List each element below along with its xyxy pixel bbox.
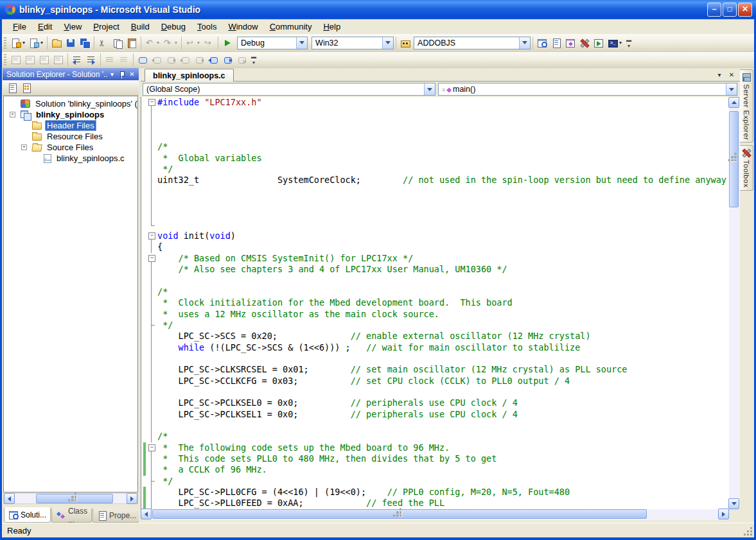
code-line[interactable] — [141, 387, 729, 397]
properties-button[interactable] — [5, 81, 19, 95]
toolbar-overflow-button[interactable]: ▬▾ — [250, 54, 258, 65]
resize-grip[interactable] — [744, 528, 753, 536]
auto-hide-pin-icon[interactable] — [119, 71, 125, 78]
tree-item[interactable]: Solution 'blinky_spinloops' (1 project) — [4, 98, 137, 109]
active-files-dropdown-button[interactable]: ▾ — [714, 71, 725, 80]
add-new-item-button[interactable]: ▾ — [27, 36, 45, 50]
toolbox-button[interactable] — [577, 36, 592, 50]
copy-button[interactable] — [110, 36, 125, 50]
tree-item[interactable]: -blinky_spinloops — [4, 109, 137, 120]
code-line[interactable] — [141, 420, 729, 431]
code-line[interactable]: #include "LPC17xx.h" — [141, 97, 729, 108]
previous-bookmark-document-button[interactable] — [206, 53, 220, 67]
fold-toggle-icon[interactable] — [146, 231, 157, 241]
panel-close-button[interactable]: ✕ — [127, 69, 137, 79]
code-line[interactable]: /* — [141, 431, 729, 442]
tree-item[interactable]: blinky_spinloops.c — [4, 153, 137, 164]
close-button[interactable]: ✕ — [738, 3, 752, 17]
window-position-button[interactable]: ▾ — [107, 69, 117, 79]
code-line[interactable]: void init(void) — [141, 231, 729, 241]
members-combo[interactable]: ≡◆main() — [438, 83, 737, 96]
command-window-button[interactable]: ▾ — [606, 36, 624, 50]
combo-dropdown-button[interactable] — [382, 37, 393, 49]
menu-debug[interactable]: Debug — [155, 20, 191, 33]
paste-button[interactable] — [125, 36, 139, 50]
scroll-right-button[interactable] — [718, 509, 729, 519]
code-line[interactable] — [141, 130, 729, 141]
code-line[interactable]: * Clock initialization for the Mbed deve… — [141, 297, 729, 308]
code-line[interactable]: LPC_SC->PCLKSEL1 = 0x0; // peripherals u… — [141, 409, 729, 420]
menu-view[interactable]: View — [58, 20, 87, 33]
code-line[interactable]: uint32_t SystemCoreClock; // not used in… — [141, 175, 729, 186]
menu-window[interactable]: Window — [222, 20, 263, 33]
menu-project[interactable]: Project — [87, 20, 125, 33]
menu-tools[interactable]: Tools — [191, 20, 222, 33]
find-combo[interactable]: ADDOBJS — [414, 37, 531, 49]
maximize-button[interactable]: □ — [723, 3, 737, 17]
fold-toggle-icon[interactable] — [146, 442, 157, 453]
combo-dropdown-button[interactable] — [519, 37, 530, 49]
code-line[interactable]: /* Based on CMSIS SystemInit() for LPC17… — [141, 253, 729, 264]
code-line[interactable]: * This code sets PLL0 to 480 MHz, then d… — [141, 453, 729, 464]
tab-server-explorer[interactable]: Server Explorer — [740, 69, 753, 143]
code-editor[interactable]: #include "LPC17xx.h"/* * Global variable… — [141, 97, 729, 509]
code-line[interactable] — [141, 353, 729, 364]
toolbar-overflow-button[interactable]: ▬▾ — [625, 37, 633, 49]
code-line[interactable]: /* Also see chapters 3 and 4 of LPC17xx … — [141, 264, 729, 275]
code-line[interactable]: /* — [141, 286, 729, 297]
save-button[interactable] — [64, 36, 78, 50]
decrease-indent-button[interactable] — [70, 53, 84, 67]
tab-properties[interactable]: Prope... — [92, 509, 141, 523]
scroll-right-button[interactable] — [127, 493, 137, 504]
code-line[interactable] — [141, 208, 729, 219]
code-line[interactable]: * Global variables — [141, 153, 729, 164]
save-all-button[interactable] — [78, 36, 92, 50]
tab-toolbox[interactable]: Toolbox — [740, 145, 753, 190]
editor-vscrollbar[interactable] — [729, 97, 740, 509]
tab-class-view[interactable]: Class ... — [51, 509, 92, 523]
menu-build[interactable]: Build — [125, 20, 155, 33]
next-bookmark-document-button[interactable] — [220, 53, 234, 67]
toggle-bookmark-button[interactable] — [136, 53, 150, 67]
increase-indent-button[interactable] — [84, 53, 98, 67]
scroll-down-button[interactable] — [728, 498, 739, 509]
tree-item[interactable]: Resource Files — [4, 131, 137, 142]
combo-dropdown-button[interactable] — [424, 83, 435, 95]
tree-item[interactable]: Header Files — [4, 120, 137, 131]
minimize-button[interactable]: – — [707, 3, 721, 17]
types-combo[interactable]: (Global Scope) — [143, 83, 435, 96]
scroll-left-button[interactable] — [141, 509, 152, 519]
solution-platforms-combo[interactable]: Win32 — [312, 37, 394, 49]
tree-item[interactable]: -Source Files — [4, 142, 137, 153]
code-line[interactable]: LPC_SC->CCLKCFG = 0x03; // set CPU clock… — [141, 376, 729, 387]
solution-explorer-button[interactable] — [535, 36, 549, 50]
show-all-files-button[interactable] — [19, 81, 33, 95]
toolbar-grip[interactable] — [4, 54, 6, 65]
code-line[interactable] — [141, 108, 729, 119]
code-line[interactable] — [141, 275, 729, 286]
scroll-thumb[interactable] — [36, 494, 113, 503]
code-line[interactable]: */ — [141, 476, 729, 487]
scroll-up-button[interactable] — [728, 97, 739, 108]
code-line[interactable] — [141, 119, 729, 130]
code-line[interactable]: */ — [141, 164, 729, 175]
code-line[interactable]: * uses a 12 MHz oscillator as the main c… — [141, 309, 729, 320]
code-line[interactable]: /* — [141, 141, 729, 152]
start-debugging-button[interactable] — [220, 36, 234, 50]
code-line[interactable]: * a CCLK of 96 MHz. — [141, 464, 729, 475]
combo-dropdown-button[interactable] — [726, 83, 737, 95]
close-document-button[interactable]: ✕ — [726, 71, 737, 80]
menu-help[interactable]: Help — [317, 20, 346, 33]
scroll-left-button[interactable] — [4, 493, 15, 504]
code-line[interactable]: LPC_SC->CLKSRCSEL = 0x01; // set main os… — [141, 364, 729, 375]
code-line[interactable]: LPC_SC->SCS = 0x20; // enable external o… — [141, 331, 729, 342]
fold-toggle-icon[interactable] — [146, 253, 157, 264]
document-tab[interactable]: blinky_spinloops.c — [145, 69, 234, 82]
scroll-thumb[interactable] — [729, 111, 739, 207]
cut-button[interactable] — [96, 36, 110, 50]
tree-expander-icon[interactable]: - — [21, 144, 27, 150]
open-file-button[interactable] — [49, 36, 64, 50]
code-line[interactable]: while (!(LPC_SC->SCS & (1<<6))) ; // wai… — [141, 342, 729, 353]
solution-configurations-combo[interactable]: Debug — [237, 37, 308, 49]
properties-window-button[interactable] — [549, 36, 563, 50]
